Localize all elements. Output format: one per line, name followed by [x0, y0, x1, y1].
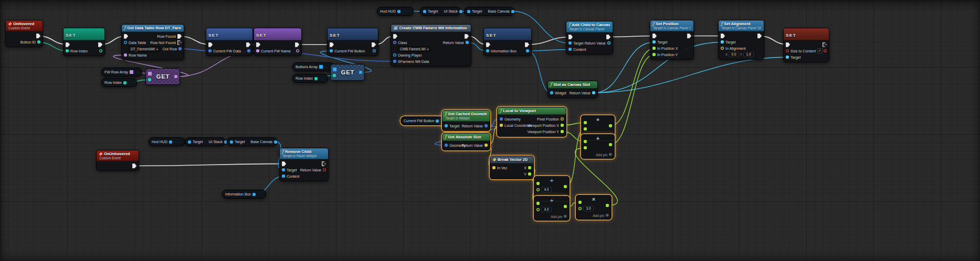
base-canvas-pin[interactable] — [274, 140, 277, 144]
node-header[interactable]: SET — [784, 28, 829, 40]
node-header[interactable]: ◆OnHoveredCustom Event — [6, 20, 43, 31]
node-header[interactable]: ƒSet PositionTarget is Canvas Panel Slot — [650, 20, 693, 31]
arr-pin[interactable] — [148, 72, 152, 75]
node-header[interactable]: ƒGet Data Table Row DT_FarmersWitUpgrade… — [122, 25, 184, 32]
wire[interactable] — [527, 37, 571, 45]
pin-pin[interactable] — [123, 81, 127, 84]
node-pill-buttonsarray[interactable]: Buttons Array — [292, 62, 334, 71]
node-set-rowindex[interactable]: SETRow Index — [63, 28, 105, 56]
node-header[interactable]: ◆Break Vector 2D — [490, 156, 533, 164]
add-pin-button[interactable]: Add pin⊕ — [576, 213, 611, 219]
exec-in-pin[interactable] — [282, 161, 286, 166]
current-fw-name-pin[interactable] — [256, 49, 259, 52]
exec-in-pin[interactable] — [786, 42, 790, 47]
viewport-position-y-pin[interactable] — [561, 130, 564, 133]
row-not-found-pin[interactable] — [177, 40, 182, 45]
x-pin[interactable] — [528, 166, 531, 169]
node-getarr-2[interactable]: GET — [330, 64, 365, 81]
exec-out-pin[interactable] — [98, 42, 102, 47]
node-pill-hudhud-top[interactable]: Hud HUD — [377, 7, 414, 16]
node-fn-localtoviewport[interactable]: ƒLocal to ViewportGeometryLocal Coordina… — [497, 107, 566, 137]
out-row-pin[interactable] — [178, 47, 182, 50]
exec-out-pin[interactable] — [36, 34, 40, 38]
node-pill-rowindex2[interactable]: Row Index — [292, 74, 328, 83]
out-pin[interactable] — [564, 185, 567, 188]
sfarmers-wit-data-pin[interactable] — [393, 60, 396, 63]
exec-in-pin[interactable] — [256, 42, 260, 47]
out-pin[interactable] — [609, 124, 612, 127]
b-pin[interactable] — [584, 146, 587, 149]
exec-out-pin[interactable] — [606, 35, 610, 39]
out-pin[interactable] — [609, 143, 612, 146]
target-pin[interactable] — [786, 56, 789, 59]
local-coordinate-pin[interactable] — [500, 124, 503, 127]
node-get-uistack-top[interactable]: TargetUI Stack — [420, 7, 461, 16]
value-field[interactable]: 3.0 — [583, 206, 594, 211]
out-pin[interactable] — [824, 49, 827, 52]
current-fw-data-pin[interactable] — [208, 49, 212, 52]
target-pin[interactable] — [230, 140, 233, 144]
node-pill-curfwbutton[interactable]: Current FW Button — [401, 116, 448, 125]
size-to-content-pin[interactable] — [786, 49, 789, 52]
wire[interactable] — [610, 55, 654, 145]
value-field[interactable]: 4.0 — [541, 187, 552, 192]
node-op-add2[interactable]: +Add pin⊕ — [581, 134, 615, 159]
node-header[interactable]: ƒGet Absolute Size — [442, 134, 490, 141]
pin-pin[interactable] — [130, 70, 133, 74]
target-pin[interactable] — [282, 168, 285, 171]
node-set-fwdata[interactable]: SETCurrent FW Data — [206, 28, 253, 56]
b-pin[interactable] — [536, 188, 540, 191]
return-value-pin[interactable] — [607, 41, 610, 45]
exec-in-pin[interactable] — [208, 42, 213, 47]
arr-pin[interactable] — [333, 68, 336, 71]
widget-pin[interactable] — [550, 91, 553, 94]
out-pin[interactable] — [564, 205, 567, 208]
dropdown[interactable]: CWB Famers Wi▾ — [398, 46, 430, 52]
a-pin[interactable] — [536, 182, 540, 185]
node-header[interactable]: ƒSet AlignmentTarget is Canvas Panel Slo… — [719, 20, 764, 31]
owning-player-pin[interactable] — [393, 53, 396, 57]
return-value-pin[interactable] — [484, 144, 488, 147]
geometry-pin[interactable] — [445, 144, 448, 147]
out-pin[interactable] — [296, 49, 299, 52]
exec-in-pin[interactable] — [330, 42, 334, 47]
exec-out-pin[interactable] — [295, 42, 299, 47]
node-fn-removechild[interactable]: ƒRemove ChildTarget is Panel WidgetTarge… — [279, 148, 329, 181]
node-fn-slotascanvas[interactable]: ƒSlot as Canvas SlotWidgetReturn Value — [547, 81, 598, 98]
a-pin[interactable] — [584, 140, 587, 143]
node-get-basecanvas-top[interactable]: TargetBase Canvas — [464, 7, 514, 16]
in-position-y-pin[interactable] — [652, 53, 656, 56]
button-id-pin[interactable] — [37, 40, 40, 44]
exec-out-pin[interactable] — [687, 34, 691, 38]
add-pin-button[interactable]: Add pin⊕ — [534, 214, 569, 220]
node-pill-infobox-bot[interactable]: Information Box — [222, 190, 266, 199]
exec-in-pin[interactable] — [486, 42, 490, 47]
row-found-pin[interactable] — [177, 34, 182, 39]
checkbox[interactable]: ✓ — [817, 48, 823, 53]
out-pin[interactable] — [174, 75, 177, 78]
node-fn-createwidget[interactable]: ▣Create CWB Famers Wit Information Box W… — [391, 24, 471, 67]
node-set-fwname[interactable]: SETCurrent FW Name — [254, 28, 302, 56]
node-fn-setalignment[interactable]: ƒSet AlignmentTarget is Canvas Panel Slo… — [718, 20, 764, 60]
return-value-pin[interactable] — [592, 91, 595, 94]
exec-out-pin[interactable] — [132, 164, 136, 168]
node-set-sizetocontent[interactable]: SETSize to Content✓Target — [783, 28, 829, 62]
node-fn-addchild[interactable]: ƒAdd Child to CanvasTarget is Canvas Pan… — [566, 21, 613, 55]
exec-in-pin[interactable] — [721, 34, 725, 38]
content-pin[interactable] — [282, 175, 285, 178]
node-header[interactable]: ƒSlot as Canvas Slot — [548, 81, 597, 89]
b-pin[interactable] — [584, 127, 587, 130]
out-pin[interactable] — [99, 49, 102, 52]
node-op-mult[interactable]: ×3.0Add pin⊕ — [576, 195, 612, 220]
out-pin[interactable] — [247, 49, 250, 52]
wire[interactable] — [610, 49, 654, 126]
node-get-uistack-bot[interactable]: TargetUI Stack — [185, 137, 226, 146]
exec-out-pin[interactable] — [246, 42, 250, 47]
node-op-div2[interactable]: ÷4.0Add pin⊕ — [534, 196, 570, 221]
in-position-x-pin[interactable] — [652, 47, 656, 50]
node-header[interactable]: ƒGet Cached GeometryTarget is Widget — [442, 111, 490, 122]
node-getarr-1[interactable]: GET — [145, 68, 180, 85]
exec-in-pin[interactable] — [652, 34, 657, 38]
pixel-position-pin[interactable] — [561, 117, 564, 121]
out-pin[interactable] — [373, 49, 376, 52]
